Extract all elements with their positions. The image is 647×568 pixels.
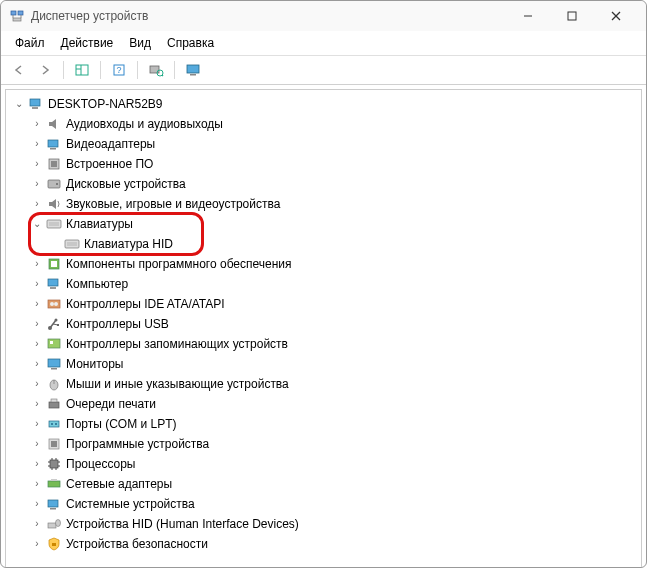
expand-toggle[interactable]: › (30, 474, 44, 494)
category-label[interactable]: Порты (COM и LPT) (66, 414, 177, 434)
svg-rect-18 (190, 74, 196, 76)
minimize-button[interactable] (506, 1, 550, 31)
category-label[interactable]: Звуковые, игровые и видеоустройства (66, 194, 280, 214)
menu-action[interactable]: Действие (53, 33, 122, 53)
category-icon (46, 116, 62, 132)
expand-toggle[interactable]: › (30, 194, 44, 214)
category-row[interactable]: ›Программные устройства (12, 434, 635, 454)
category-row[interactable]: ›Контроллеры запоминающих устройств (12, 334, 635, 354)
category-icon (46, 296, 62, 312)
expand-toggle[interactable]: › (30, 174, 44, 194)
expand-toggle[interactable]: › (30, 534, 44, 554)
category-label[interactable]: Сетевые адаптеры (66, 474, 172, 494)
toolbar: ? (1, 56, 646, 85)
category-icon (46, 196, 62, 212)
computer-icon (28, 96, 44, 112)
category-label[interactable]: Системные устройства (66, 494, 195, 514)
expand-toggle[interactable]: › (30, 494, 44, 514)
expand-toggle[interactable]: › (30, 354, 44, 374)
menu-view[interactable]: Вид (121, 33, 159, 53)
forward-button[interactable] (33, 59, 57, 81)
tree-panel: ⌄ DESKTOP-NAR52B9 ›Аудиовходы и аудиовых… (5, 89, 642, 568)
category-icon (46, 276, 62, 292)
expand-toggle[interactable]: › (30, 274, 44, 294)
expand-toggle[interactable]: › (30, 374, 44, 394)
category-icon (46, 256, 62, 272)
back-button[interactable] (7, 59, 31, 81)
expand-toggle[interactable]: › (30, 334, 44, 354)
device-keyboard-hid[interactable]: Клавиатура HID (84, 234, 173, 254)
category-keyboards[interactable]: Клавиатуры (66, 214, 133, 234)
category-row[interactable]: ›Аудиовходы и аудиовыходы (12, 114, 635, 134)
expand-toggle[interactable]: ⌄ (30, 214, 44, 234)
category-row[interactable]: ›Контроллеры IDE ATA/ATAPI (12, 294, 635, 314)
expand-toggle[interactable]: › (30, 514, 44, 534)
category-label[interactable]: Контроллеры IDE ATA/ATAPI (66, 294, 225, 314)
category-row[interactable]: ›Системные устройства (12, 494, 635, 514)
expand-toggle[interactable]: › (30, 254, 44, 274)
expand-toggle[interactable]: › (30, 454, 44, 474)
category-row[interactable]: ›Компоненты программного обеспечения (12, 254, 635, 274)
scan-button[interactable] (144, 59, 168, 81)
category-icon (46, 156, 62, 172)
category-icon (46, 516, 62, 532)
category-row[interactable]: ›Порты (COM и LPT) (12, 414, 635, 434)
category-label[interactable]: Процессоры (66, 454, 136, 474)
category-label[interactable]: Контроллеры USB (66, 314, 169, 334)
category-row[interactable]: ›Очереди печати (12, 394, 635, 414)
category-row[interactable]: ›Мыши и иные указывающие устройства (12, 374, 635, 394)
expand-toggle[interactable]: › (30, 434, 44, 454)
category-label[interactable]: Компоненты программного обеспечения (66, 254, 292, 274)
category-label[interactable]: Очереди печати (66, 394, 156, 414)
category-label[interactable]: Устройства безопасности (66, 534, 208, 554)
category-row[interactable]: ›Контроллеры USB (12, 314, 635, 334)
expand-toggle[interactable]: › (30, 114, 44, 134)
expand-toggle[interactable]: › (30, 394, 44, 414)
svg-point-54 (51, 423, 53, 425)
close-button[interactable] (594, 1, 638, 31)
svg-rect-34 (51, 261, 57, 267)
category-label[interactable]: Дисковые устройства (66, 174, 186, 194)
menu-file[interactable]: Файл (7, 33, 53, 53)
category-label[interactable]: Мыши и иные указывающие устройства (66, 374, 289, 394)
category-icon (46, 336, 62, 352)
expand-toggle[interactable]: › (30, 314, 44, 334)
root-label[interactable]: DESKTOP-NAR52B9 (48, 94, 163, 114)
category-row[interactable]: ›Устройства HID (Human Interface Devices… (12, 514, 635, 534)
category-label[interactable]: Видеоадаптеры (66, 134, 155, 154)
category-label[interactable]: Встроенное ПО (66, 154, 153, 174)
category-label[interactable]: Программные устройства (66, 434, 209, 454)
help-button[interactable]: ? (107, 59, 131, 81)
category-row[interactable]: ›Устройства безопасности (12, 534, 635, 554)
category-label[interactable]: Контроллеры запоминающих устройств (66, 334, 288, 354)
device-tree[interactable]: ⌄ DESKTOP-NAR52B9 ›Аудиовходы и аудиовых… (6, 90, 641, 564)
category-row[interactable]: ›Дисковые устройства (12, 174, 635, 194)
category-row[interactable]: ›Компьютер (12, 274, 635, 294)
category-icon (46, 436, 62, 452)
category-label[interactable]: Аудиовходы и аудиовыходы (66, 114, 223, 134)
expand-toggle[interactable]: › (30, 154, 44, 174)
app-icon (9, 8, 25, 24)
svg-rect-45 (48, 339, 60, 348)
category-row[interactable]: ›Видеоадаптеры (12, 134, 635, 154)
maximize-button[interactable] (550, 1, 594, 31)
category-icon (46, 476, 62, 492)
category-label[interactable]: Компьютер (66, 274, 128, 294)
category-label[interactable]: Мониторы (66, 354, 123, 374)
expand-toggle[interactable]: › (30, 134, 44, 154)
category-row[interactable]: ›Встроенное ПО (12, 154, 635, 174)
keyboard-icon (64, 236, 80, 252)
category-label[interactable]: Устройства HID (Human Interface Devices) (66, 514, 299, 534)
expand-toggle[interactable]: ⌄ (12, 94, 26, 114)
category-row[interactable]: ›Процессоры (12, 454, 635, 474)
svg-rect-73 (52, 543, 56, 546)
category-row[interactable]: ›Сетевые адаптеры (12, 474, 635, 494)
monitor-button[interactable] (181, 59, 205, 81)
window-buttons (506, 1, 638, 31)
expand-toggle[interactable]: › (30, 414, 44, 434)
show-hidden-button[interactable] (70, 59, 94, 81)
category-row[interactable]: ›Мониторы (12, 354, 635, 374)
menu-help[interactable]: Справка (159, 33, 222, 53)
category-row[interactable]: ›Звуковые, игровые и видеоустройства (12, 194, 635, 214)
expand-toggle[interactable]: › (30, 294, 44, 314)
